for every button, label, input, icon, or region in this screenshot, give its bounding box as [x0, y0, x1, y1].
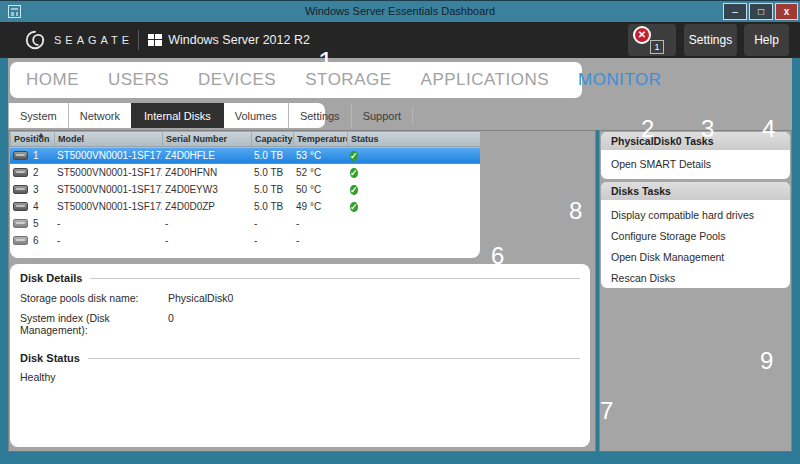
section-rule — [90, 278, 580, 279]
internal-disks-table: Position Model Serial Number Capacity Te… — [10, 132, 480, 258]
status-healthy-icon: ✓ — [350, 151, 358, 161]
subtab-support[interactable]: Support — [351, 103, 413, 128]
subtab-system[interactable]: System — [8, 103, 68, 128]
disk-icon — [13, 202, 28, 211]
disk-status-title: Disk Status — [20, 352, 80, 364]
tab-applications[interactable]: APPLICATIONS — [421, 70, 550, 90]
alert-error-icon: ✕ — [633, 26, 651, 44]
annotation-7: 7 — [600, 399, 613, 423]
cell-model: ST5000VN0001-1SF17X — [54, 167, 162, 178]
configure-storage-pools-link[interactable]: Configure Storage Pools — [601, 226, 790, 247]
cell-capacity: - — [251, 235, 293, 246]
table-row[interactable]: 1 ST5000VN0001-1SF17X Z4D0HFLE 5.0 TB 53… — [10, 147, 480, 164]
window-title: Windows Server Essentials Dashboard — [0, 5, 800, 17]
col-status[interactable]: Status — [347, 132, 480, 146]
col-serial[interactable]: Serial Number — [162, 132, 251, 146]
brand-name: SEAGATE — [54, 34, 133, 46]
cell-serial: Z4D0HFNN — [162, 167, 251, 178]
cell-serial: Z4D0HFLE — [162, 150, 251, 161]
subtab-network[interactable]: Network — [68, 103, 131, 128]
table-row[interactable]: 2 ST5000VN0001-1SF17X Z4D0HFNN 5.0 TB 52… — [10, 164, 480, 181]
cell-position: 1 — [33, 150, 39, 161]
product-name: Windows Server 2012 R2 — [168, 33, 310, 47]
tab-monitor[interactable]: MONITOR — [578, 70, 661, 90]
cell-position: 6 — [33, 235, 39, 246]
disk-icon — [13, 151, 28, 160]
tab-home[interactable]: HOME — [26, 70, 79, 90]
tab-devices[interactable]: DEVICES — [198, 70, 276, 90]
table-header-row: Position Model Serial Number Capacity Te… — [10, 132, 480, 147]
subtab-settings[interactable]: Settings — [288, 103, 351, 128]
cell-position: 3 — [33, 184, 39, 195]
seagate-logo-icon — [24, 29, 46, 51]
brand-header: SEAGATE Windows Server 2012 R2 ✕ 1 Setti… — [0, 22, 800, 58]
monitor-subtabs: System Network Internal Disks Volumes Se… — [8, 103, 325, 128]
status-healthy-icon: ✓ — [350, 168, 358, 178]
subtab-end-divider — [412, 107, 413, 124]
section-rule — [88, 358, 580, 359]
main-nav: HOME USERS DEVICES STORAGE APPLICATIONS … — [10, 62, 582, 98]
disk-icon — [13, 185, 28, 194]
brand-group: SEAGATE Windows Server 2012 R2 — [24, 22, 310, 58]
detail-field: Storage pools disk name: PhysicalDisk0 — [20, 292, 580, 304]
cell-capacity: 5.0 TB — [251, 167, 293, 178]
cell-temperature: - — [293, 235, 347, 246]
disk-icon — [13, 168, 28, 177]
alert-count-badge: 1 — [650, 40, 664, 54]
field-value: 0 — [168, 312, 174, 336]
cell-capacity: 5.0 TB — [251, 184, 293, 195]
disk-icon — [13, 236, 28, 245]
open-smart-details-link[interactable]: Open SMART Details — [601, 150, 790, 170]
annotation-3: 3 — [701, 117, 714, 141]
subtab-internal-disks[interactable]: Internal Disks — [131, 103, 224, 128]
title-bar: Windows Server Essentials Dashboard – □ … — [0, 0, 800, 22]
close-button[interactable]: x — [775, 3, 798, 20]
alerts-button[interactable]: ✕ 1 — [628, 24, 676, 56]
field-value: PhysicalDisk0 — [168, 292, 233, 304]
disk-details-panel: Disk Details Storage pools disk name: Ph… — [10, 264, 590, 447]
maximize-button[interactable]: □ — [749, 3, 773, 20]
annotation-9: 9 — [760, 349, 773, 373]
nav-zone: HOME USERS DEVICES STORAGE APPLICATIONS … — [8, 58, 792, 130]
cell-position: 2 — [33, 167, 39, 178]
field-label: Storage pools disk name: — [20, 292, 168, 304]
cell-capacity: 5.0 TB — [251, 201, 293, 212]
table-row[interactable]: 4 ST5000VN0001-1SF17X Z4D0D0ZP 5.0 TB 49… — [10, 198, 480, 215]
cell-serial: Z4D0EYW3 — [162, 184, 251, 195]
window-controls: – □ x — [723, 3, 798, 20]
annotation-6: 6 — [491, 244, 504, 268]
disks-region: Position Model Serial Number Capacity Te… — [8, 130, 596, 452]
content-area: HOME USERS DEVICES STORAGE APPLICATIONS … — [0, 58, 800, 464]
rescan-disks-link[interactable]: Rescan Disks — [601, 268, 790, 288]
cell-serial: - — [162, 218, 251, 229]
table-row[interactable]: 5 - - - - — [10, 215, 480, 232]
cell-position: 4 — [33, 201, 39, 212]
disk-status-value: Healthy — [20, 371, 580, 383]
cell-serial: Z4D0D0ZP — [162, 201, 251, 212]
status-healthy-icon: ✓ — [350, 202, 358, 212]
col-capacity[interactable]: Capacity — [251, 132, 293, 146]
cell-model: ST5000VN0001-1SF17X — [54, 150, 162, 161]
col-model[interactable]: Model — [54, 132, 162, 146]
table-row[interactable]: 6 - - - - — [10, 232, 480, 249]
help-button[interactable]: Help — [744, 24, 789, 56]
settings-button[interactable]: Settings — [684, 24, 737, 56]
disk-icon — [13, 219, 28, 228]
brand-divider — [138, 30, 139, 50]
table-row[interactable]: 3 ST5000VN0001-1SF17X Z4D0EYW3 5.0 TB 50… — [10, 181, 480, 198]
subtab-volumes[interactable]: Volumes — [224, 103, 288, 128]
cell-capacity: - — [251, 218, 293, 229]
open-disk-management-link[interactable]: Open Disk Management — [601, 247, 790, 268]
annotation-5: 5 — [329, 166, 342, 190]
cell-serial: - — [162, 235, 251, 246]
cell-model: - — [54, 235, 162, 246]
minimize-button[interactable]: – — [723, 3, 747, 20]
col-temperature[interactable]: Temperature — [293, 132, 347, 146]
tab-users[interactable]: USERS — [108, 70, 169, 90]
cell-temperature: 49 °C — [293, 201, 347, 212]
annotation-4: 4 — [762, 117, 775, 141]
cell-model: ST5000VN0001-1SF17X — [54, 201, 162, 212]
display-compatible-drives-link[interactable]: Display compatible hard drives — [601, 205, 790, 226]
col-position[interactable]: Position — [10, 132, 54, 146]
detail-field: System index (Disk Management): 0 — [20, 312, 580, 336]
